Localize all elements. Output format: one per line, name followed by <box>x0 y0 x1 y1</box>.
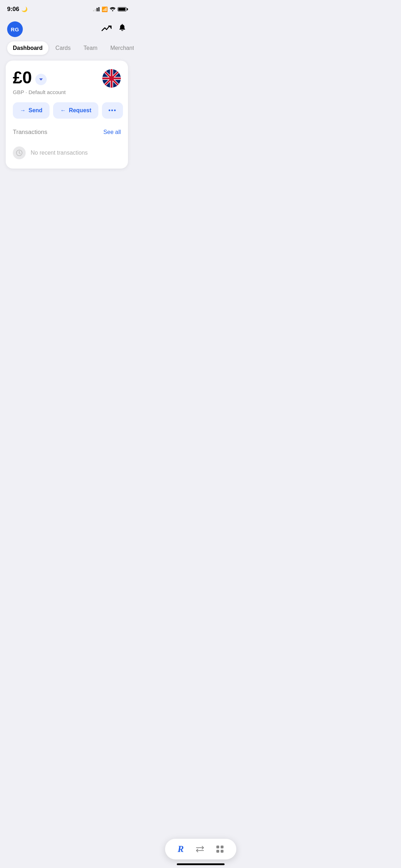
send-arrow-icon: → <box>20 107 26 114</box>
currency-code: GBP <box>13 89 24 95</box>
moon-icon: 🌙 <box>21 6 27 12</box>
currency-symbol: £ <box>13 68 22 87</box>
svg-line-13 <box>19 153 20 154</box>
see-all-button[interactable]: See all <box>103 129 121 135</box>
send-label: Send <box>29 107 42 114</box>
status-bar: 9:06 🌙 📶 <box>0 0 134 16</box>
account-type: Default account <box>29 89 66 95</box>
empty-transactions: No recent transactions <box>13 143 121 161</box>
tab-bar: Dashboard Cards Team Merchant <box>0 41 134 55</box>
status-time: 9:06 <box>7 6 19 13</box>
no-transactions-text: No recent transactions <box>31 150 88 156</box>
action-buttons: → Send ← Request ••• <box>13 102 121 119</box>
currency-flag <box>102 69 121 88</box>
tab-dashboard[interactable]: Dashboard <box>7 41 48 55</box>
chevron-down-icon <box>39 78 43 81</box>
request-button[interactable]: ← Request <box>53 102 98 119</box>
bell-icon[interactable] <box>118 24 127 35</box>
tab-merchant[interactable]: Merchant <box>104 41 134 55</box>
balance-amount: £0 <box>13 69 32 86</box>
wifi-icon: 📶 <box>102 6 108 12</box>
trending-icon[interactable] <box>102 24 112 34</box>
request-label: Request <box>69 107 91 114</box>
status-icons: 📶 <box>93 6 127 12</box>
send-button[interactable]: → Send <box>13 102 50 119</box>
tab-cards[interactable]: Cards <box>50 41 77 55</box>
balance-row: £0 <box>13 69 121 88</box>
transactions-title: Transactions <box>13 129 47 136</box>
header: RG <box>0 16 134 41</box>
more-options-button[interactable]: ••• <box>102 102 123 119</box>
battery-icon <box>118 7 127 11</box>
more-label: ••• <box>108 107 117 114</box>
balance-value: 0 <box>22 68 32 87</box>
transactions-header: Transactions See all <box>13 129 121 136</box>
balance-left: £0 <box>13 69 47 86</box>
account-label: GBP · Default account <box>13 89 121 95</box>
account-switcher-button[interactable] <box>35 74 47 85</box>
main-card: £0 GBP · Default account <box>6 61 128 169</box>
wifi-icon <box>110 7 115 11</box>
signal-icon <box>93 7 99 11</box>
header-actions <box>102 24 127 35</box>
tab-team[interactable]: Team <box>78 41 103 55</box>
request-arrow-icon: ← <box>60 107 66 114</box>
clock-icon <box>13 146 26 159</box>
avatar[interactable]: RG <box>7 21 23 37</box>
